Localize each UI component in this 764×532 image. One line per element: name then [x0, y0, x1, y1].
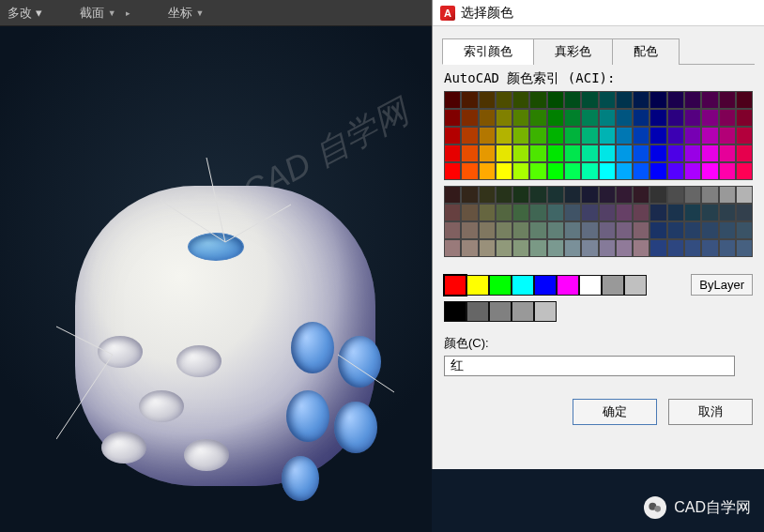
color-swatch[interactable] — [581, 109, 598, 127]
quick-color-swatch[interactable] — [534, 275, 557, 296]
color-swatch[interactable] — [461, 204, 478, 221]
color-swatch[interactable] — [529, 186, 546, 204]
color-swatch[interactable] — [616, 204, 633, 221]
quick-color-swatch[interactable] — [624, 275, 647, 296]
color-swatch[interactable] — [547, 91, 564, 109]
color-swatch[interactable] — [701, 144, 718, 162]
quick-color-swatch[interactable] — [466, 301, 489, 322]
color-swatch[interactable] — [633, 127, 649, 144]
color-swatch[interactable] — [581, 204, 598, 221]
color-swatch[interactable] — [581, 239, 598, 257]
color-swatch[interactable] — [599, 162, 616, 180]
color-swatch[interactable] — [581, 162, 598, 180]
color-swatch[interactable] — [599, 127, 616, 144]
tab-index-color[interactable]: 索引颜色 — [442, 38, 534, 65]
color-swatch[interactable] — [512, 186, 529, 204]
color-swatch[interactable] — [444, 239, 461, 257]
quick-color-swatch[interactable] — [444, 301, 466, 322]
color-swatch[interactable] — [649, 144, 666, 162]
color-swatch[interactable] — [547, 127, 564, 144]
color-swatch[interactable] — [461, 186, 478, 204]
color-swatch[interactable] — [496, 109, 512, 127]
color-swatch[interactable] — [599, 186, 616, 204]
color-swatch[interactable] — [547, 186, 564, 204]
color-swatch[interactable] — [599, 109, 616, 127]
color-swatch[interactable] — [564, 127, 581, 144]
color-swatch[interactable] — [512, 204, 529, 221]
color-swatch[interactable] — [496, 221, 512, 239]
color-swatch[interactable] — [616, 91, 633, 109]
bylayer-button[interactable]: ByLayer — [691, 274, 753, 296]
menu-section[interactable]: 截面▼▸ — [80, 5, 130, 22]
color-swatch[interactable] — [667, 239, 684, 257]
color-swatch[interactable] — [564, 109, 581, 127]
quick-color-swatch[interactable] — [444, 275, 466, 296]
quick-color-swatch[interactable] — [602, 275, 624, 296]
color-swatch[interactable] — [616, 127, 633, 144]
color-swatch[interactable] — [684, 91, 701, 109]
color-swatch[interactable] — [701, 186, 718, 204]
color-swatch[interactable] — [444, 109, 461, 127]
tab-color-books[interactable]: 配色 — [612, 38, 680, 65]
color-swatch[interactable] — [496, 127, 512, 144]
color-swatch[interactable] — [599, 144, 616, 162]
color-swatch[interactable] — [444, 162, 461, 180]
color-swatch[interactable] — [719, 162, 736, 180]
color-swatch[interactable] — [529, 91, 546, 109]
tab-true-color[interactable]: 真彩色 — [533, 38, 613, 65]
color-swatch[interactable] — [512, 144, 529, 162]
color-swatch[interactable] — [649, 109, 666, 127]
color-swatch[interactable] — [701, 109, 718, 127]
color-swatch[interactable] — [667, 109, 684, 127]
color-swatch[interactable] — [529, 239, 546, 257]
color-swatch[interactable] — [736, 144, 753, 162]
quick-color-swatch[interactable] — [512, 275, 534, 296]
color-swatch[interactable] — [684, 162, 701, 180]
color-swatch[interactable] — [633, 221, 649, 239]
color-swatch[interactable] — [529, 109, 546, 127]
color-swatch[interactable] — [564, 186, 581, 204]
color-swatch[interactable] — [496, 204, 512, 221]
color-swatch[interactable] — [444, 204, 461, 221]
color-swatch[interactable] — [479, 91, 496, 109]
color-swatch[interactable] — [512, 127, 529, 144]
color-swatch[interactable] — [616, 162, 633, 180]
color-swatch[interactable] — [684, 109, 701, 127]
color-swatch[interactable] — [649, 162, 666, 180]
color-swatch[interactable] — [461, 109, 478, 127]
color-swatch[interactable] — [512, 91, 529, 109]
color-swatch[interactable] — [719, 221, 736, 239]
color-swatch[interactable] — [701, 204, 718, 221]
color-swatch[interactable] — [599, 91, 616, 109]
color-swatch[interactable] — [736, 239, 753, 257]
color-swatch[interactable] — [547, 221, 564, 239]
color-swatch[interactable] — [684, 186, 701, 204]
color-swatch[interactable] — [701, 162, 718, 180]
color-swatch[interactable] — [736, 91, 753, 109]
color-swatch[interactable] — [633, 186, 649, 204]
color-swatch[interactable] — [479, 127, 496, 144]
quick-color-swatch[interactable] — [534, 301, 557, 322]
color-swatch[interactable] — [461, 162, 478, 180]
quick-color-swatch[interactable] — [557, 275, 579, 296]
quick-color-swatch[interactable] — [579, 275, 602, 296]
color-swatch[interactable] — [667, 204, 684, 221]
color-swatch[interactable] — [512, 239, 529, 257]
color-swatch[interactable] — [684, 204, 701, 221]
color-swatch[interactable] — [529, 127, 546, 144]
color-swatch[interactable] — [736, 109, 753, 127]
color-swatch[interactable] — [649, 91, 666, 109]
color-swatch[interactable] — [649, 221, 666, 239]
color-swatch[interactable] — [616, 109, 633, 127]
color-swatch[interactable] — [444, 186, 461, 204]
color-swatch[interactable] — [444, 127, 461, 144]
color-swatch[interactable] — [479, 239, 496, 257]
color-swatch[interactable] — [736, 127, 753, 144]
color-swatch[interactable] — [529, 221, 546, 239]
quick-color-swatch[interactable] — [489, 301, 512, 322]
color-swatch[interactable] — [633, 162, 649, 180]
color-swatch[interactable] — [581, 186, 598, 204]
color-swatch[interactable] — [667, 127, 684, 144]
color-swatch[interactable] — [616, 239, 633, 257]
color-swatch[interactable] — [719, 109, 736, 127]
